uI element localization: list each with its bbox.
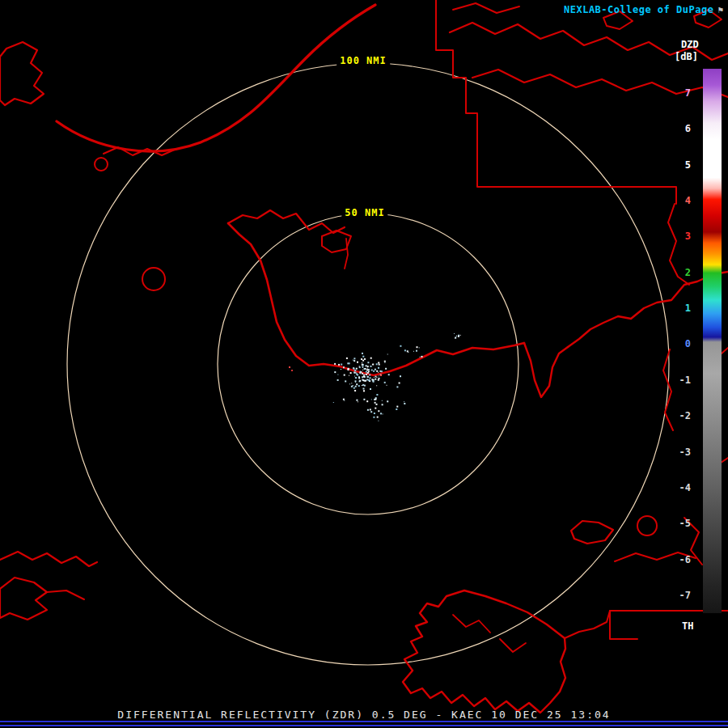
radar-echo: [362, 353, 363, 354]
radar-echo: [366, 375, 366, 375]
radar-echo: [357, 362, 358, 363]
radar-echo: [400, 375, 401, 377]
radar-echo: [354, 370, 355, 371]
radar-echo: [291, 370, 293, 371]
colorbar-tick: 6: [685, 123, 691, 134]
radar-echo: [355, 386, 357, 387]
radar-echo: [378, 367, 379, 369]
radar-echo: [353, 386, 353, 387]
radar-echo: [362, 370, 363, 370]
radar-echo: [380, 375, 382, 376]
radar-echo: [366, 400, 368, 402]
radar-echo: [384, 382, 386, 383]
radar-echo: [345, 380, 346, 382]
radar-echo: [333, 402, 334, 403]
colorbar-tick: 1: [685, 303, 691, 314]
radar-echo: [362, 384, 364, 386]
colorbar-tick: 7: [685, 87, 691, 99]
colorbar-tick: -5: [679, 518, 691, 529]
radar-echo: [378, 410, 379, 412]
coastline-path: [0, 552, 97, 566]
radar-echo: [351, 383, 352, 383]
radar-echo: [354, 376, 355, 377]
radar-echo: [349, 362, 350, 364]
radar-echo: [385, 368, 387, 370]
range-ring: [218, 214, 518, 514]
radar-echo: [375, 379, 376, 380]
bottom-separator-line: [0, 725, 728, 726]
radar-echo: [348, 368, 349, 370]
radar-echo: [370, 377, 371, 379]
radar-echo: [376, 363, 378, 365]
radar-echo: [374, 399, 375, 400]
colorbar-tick: -1: [679, 375, 691, 386]
radar-echo: [346, 358, 348, 359]
radar-echo: [376, 404, 378, 405]
radar-echo: [400, 345, 401, 347]
bottom-separator-line: [0, 721, 728, 722]
coastline-path: [0, 42, 44, 105]
radar-echo: [364, 358, 366, 360]
radar-echo: [359, 380, 361, 382]
radar-echo: [381, 370, 383, 372]
radar-echo: [396, 386, 398, 387]
radar-echo: [404, 401, 404, 402]
radar-echo: [387, 385, 387, 386]
radar-echo: [362, 365, 362, 366]
radar-echo: [356, 400, 358, 401]
radar-echo: [362, 362, 362, 363]
coastline-path: [571, 521, 613, 544]
radar-echo: [363, 388, 365, 390]
radar-echo: [341, 369, 341, 370]
radar-echo: [375, 402, 376, 404]
radar-echo: [343, 399, 345, 400]
map-circle: [95, 158, 108, 171]
radar-echo: [337, 379, 339, 381]
radar-echo: [368, 379, 370, 381]
radar-echo: [363, 390, 365, 392]
radar-echo: [368, 369, 369, 370]
radar-echo: [359, 366, 360, 366]
coastline-path: [565, 611, 610, 638]
radar-echo: [379, 375, 379, 376]
radar-echo: [399, 383, 400, 384]
radar-echo: [367, 366, 369, 367]
radar-echo: [421, 356, 423, 358]
radar-echo: [334, 363, 336, 365]
colorbar-tick: 3: [685, 231, 691, 242]
radar-echo: [378, 372, 379, 373]
radar-echo: [454, 333, 455, 334]
radar-echo: [379, 378, 380, 379]
radar-echo: [341, 364, 342, 366]
radar-echo: [384, 362, 385, 363]
colorbar-tick: -4: [679, 482, 691, 493]
brand: NEXLAB-College of DuPage ⚑: [564, 4, 723, 15]
radar-echo: [382, 404, 383, 405]
radar-echo: [371, 370, 373, 371]
range-ring-label-50: 50 NMI: [341, 207, 387, 218]
colorbar-tick: -2: [679, 410, 691, 421]
radar-echo: [362, 366, 363, 367]
radar-echo: [460, 335, 461, 336]
radar-echo: [344, 400, 345, 401]
coastline-path: [453, 3, 519, 13]
radar-echo: [376, 385, 377, 386]
radar-echo: [366, 365, 367, 366]
radar-echo: [366, 369, 368, 370]
radar-echo: [377, 417, 379, 418]
radar-echo: [344, 375, 345, 376]
radar-echo: [353, 358, 355, 359]
colorbar-tick: 0: [685, 338, 691, 349]
radar-echo: [413, 351, 414, 352]
radar-echo: [456, 336, 457, 336]
radar-echo: [367, 376, 369, 378]
product-status-text: DIFFERENTIAL REFLECTIVITY (ZDR) 0.5 DEG …: [0, 709, 728, 721]
radar-echo: [370, 411, 372, 413]
radar-echo: [375, 408, 376, 409]
radar-echo: [387, 354, 388, 355]
radar-echo: [366, 379, 368, 380]
radar-echo: [370, 358, 372, 359]
radar-echo: [364, 385, 366, 387]
radar-echo: [353, 368, 355, 370]
coastline-path: [610, 611, 637, 639]
